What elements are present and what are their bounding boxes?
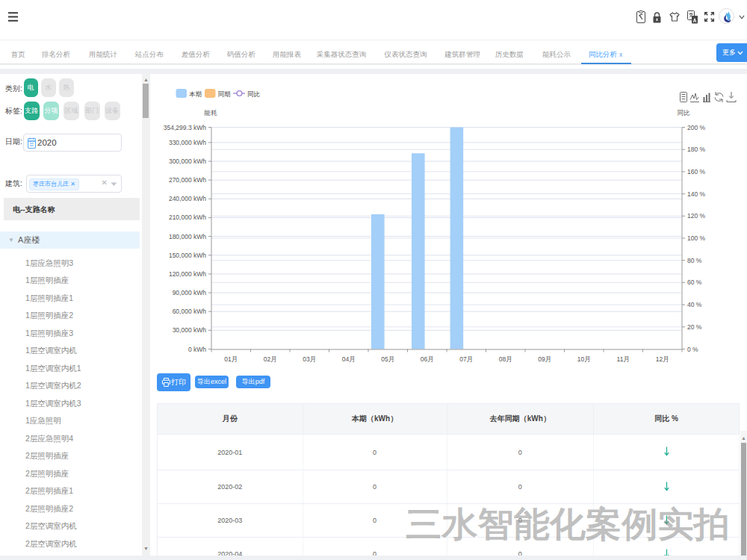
svg-text:05月: 05月 bbox=[381, 355, 394, 363]
svg-text:07月: 07月 bbox=[459, 355, 473, 363]
svg-text:90,000 kWh: 90,000 kWh bbox=[173, 289, 207, 296]
svg-text:同比: 同比 bbox=[247, 90, 261, 98]
svg-text:同比: 同比 bbox=[678, 109, 691, 116]
svg-text:12月: 12月 bbox=[656, 355, 669, 363]
svg-text:08月: 08月 bbox=[499, 355, 512, 363]
svg-text:10月: 10月 bbox=[577, 355, 591, 363]
svg-text:60 %: 60 % bbox=[687, 279, 702, 286]
svg-text:40 %: 40 % bbox=[687, 301, 702, 308]
svg-text:本期: 本期 bbox=[189, 90, 202, 98]
svg-text:20 %: 20 % bbox=[687, 323, 702, 331]
svg-text:30,000 kWh: 30,000 kWh bbox=[173, 326, 207, 334]
svg-text:120 %: 120 % bbox=[687, 212, 706, 220]
svg-text:60,000 kWh: 60,000 kWh bbox=[173, 308, 207, 315]
svg-text:09月: 09月 bbox=[538, 355, 551, 363]
svg-text:100 %: 100 % bbox=[687, 234, 706, 242]
svg-text:300,000 kWh: 300,000 kWh bbox=[169, 158, 206, 165]
svg-text:03月: 03月 bbox=[303, 355, 316, 363]
svg-text:80 %: 80 % bbox=[687, 257, 702, 264]
svg-text:140 %: 140 % bbox=[687, 190, 706, 198]
svg-text:11月: 11月 bbox=[617, 355, 630, 363]
svg-text:180 %: 180 % bbox=[687, 146, 706, 153]
svg-text:能耗: 能耗 bbox=[204, 109, 218, 116]
svg-text:04月: 04月 bbox=[342, 355, 356, 363]
svg-text:210,000 kWh: 210,000 kWh bbox=[169, 214, 206, 221]
svg-text:02月: 02月 bbox=[264, 355, 277, 363]
svg-text:同期: 同期 bbox=[218, 90, 231, 98]
svg-text:0 %: 0 % bbox=[687, 346, 698, 353]
svg-text:180,000 kWh: 180,000 kWh bbox=[169, 233, 206, 240]
svg-text:06月: 06月 bbox=[421, 355, 434, 363]
svg-text:200 %: 200 % bbox=[687, 124, 706, 131]
svg-text:270,000 kWh: 270,000 kWh bbox=[169, 176, 206, 184]
svg-text:01月: 01月 bbox=[224, 355, 238, 363]
svg-text:240,000 kWh: 240,000 kWh bbox=[169, 195, 206, 202]
svg-text:354,299.3 kWh: 354,299.3 kWh bbox=[164, 124, 206, 131]
svg-text:150,000 kWh: 150,000 kWh bbox=[169, 252, 206, 259]
svg-text:120,000 kWh: 120,000 kWh bbox=[169, 270, 206, 278]
svg-text:160 %: 160 % bbox=[687, 168, 706, 175]
svg-text:0 kWh: 0 kWh bbox=[188, 346, 206, 353]
svg-text:330,000 kWh: 330,000 kWh bbox=[169, 139, 206, 146]
